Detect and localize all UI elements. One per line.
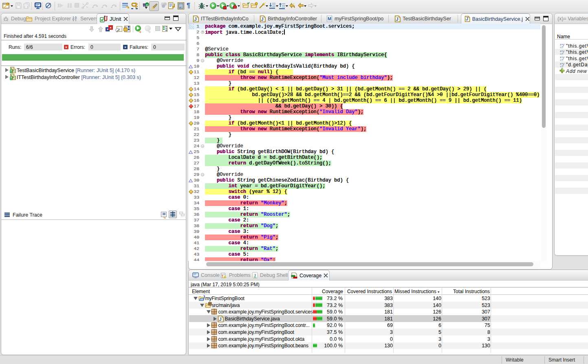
svg-text:=?: =? — [560, 59, 563, 61]
svg-text:J: J — [194, 16, 196, 21]
svg-text:J: J — [466, 17, 468, 21]
svg-text:J: J — [254, 273, 256, 278]
svg-text:J: J — [261, 16, 263, 21]
svg-text:=?: =? — [560, 46, 563, 49]
svg-text:C: C — [146, 3, 149, 7]
svg-text:M: M — [328, 16, 331, 21]
svg-text:=?: =? — [560, 65, 563, 68]
svg-text:J: J — [219, 316, 221, 321]
svg-text:J: J — [396, 16, 398, 21]
svg-text:=?: =? — [560, 52, 563, 55]
